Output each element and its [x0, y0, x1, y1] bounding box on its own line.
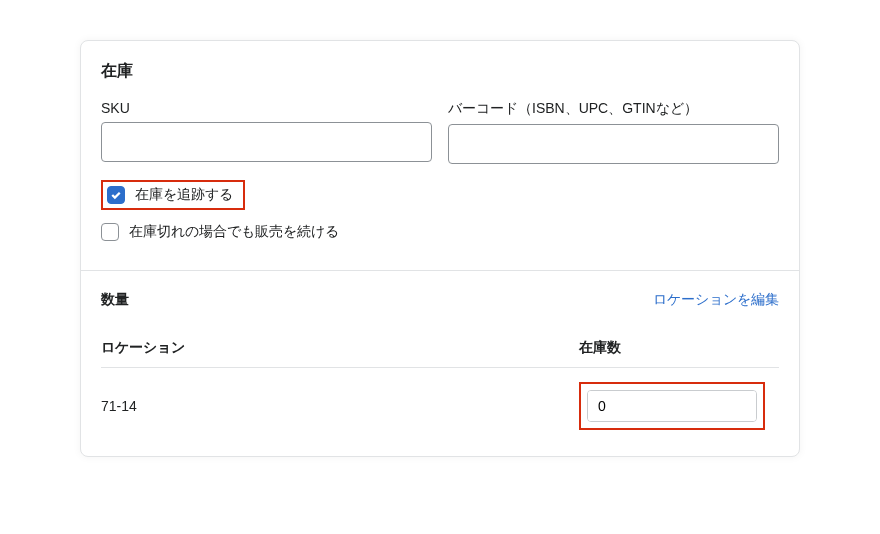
- sku-label: SKU: [101, 100, 432, 116]
- quantity-section-title: 数量: [101, 291, 129, 309]
- inventory-card: 在庫 SKU バーコード（ISBN、UPC、GTINなど） 在庫を追跡する 在庫…: [80, 40, 800, 457]
- stock-cell: ▲ ▼: [579, 382, 779, 430]
- sku-input[interactable]: [101, 122, 432, 162]
- quantity-stepper: ▲ ▼: [587, 390, 757, 422]
- location-cell: 71-14: [101, 398, 137, 414]
- check-icon: [110, 189, 122, 201]
- oversell-row: 在庫切れの場合でも販売を続ける: [101, 218, 779, 246]
- track-inventory-highlight: 在庫を追跡する: [101, 180, 245, 210]
- inventory-section: 在庫 SKU バーコード（ISBN、UPC、GTINなど） 在庫を追跡する 在庫…: [81, 41, 799, 270]
- barcode-field: バーコード（ISBN、UPC、GTINなど）: [448, 100, 779, 164]
- quantity-section: 数量 ロケーションを編集 ロケーション 在庫数 71-14 ▲: [81, 270, 799, 456]
- quantity-header-row: 数量 ロケーションを編集: [101, 291, 779, 309]
- oversell-checkbox[interactable]: [101, 223, 119, 241]
- table-row: 71-14 ▲ ▼: [101, 368, 779, 436]
- inventory-section-title: 在庫: [101, 61, 779, 82]
- sku-field: SKU: [101, 100, 432, 164]
- stock-input[interactable]: [588, 391, 757, 421]
- sku-barcode-row: SKU バーコード（ISBN、UPC、GTINなど）: [101, 100, 779, 164]
- edit-locations-link[interactable]: ロケーションを編集: [653, 291, 779, 309]
- quantity-table-header: ロケーション 在庫数: [101, 329, 779, 368]
- oversell-label: 在庫切れの場合でも販売を続ける: [129, 223, 339, 241]
- stock-column-header: 在庫数: [579, 339, 779, 357]
- stock-stepper-highlight: ▲ ▼: [579, 382, 765, 430]
- barcode-label: バーコード（ISBN、UPC、GTINなど）: [448, 100, 779, 118]
- barcode-input[interactable]: [448, 124, 779, 164]
- location-column-header: ロケーション: [101, 339, 185, 357]
- track-inventory-label: 在庫を追跡する: [135, 186, 233, 204]
- track-inventory-checkbox[interactable]: [107, 186, 125, 204]
